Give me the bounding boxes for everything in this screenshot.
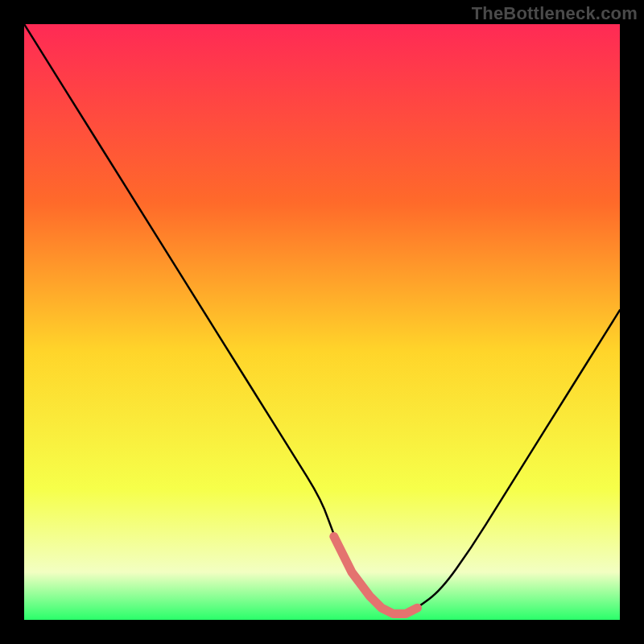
watermark-text: TheBottleneck.com: [472, 3, 638, 24]
curve-layer: [24, 24, 620, 620]
chart-frame: TheBottleneck.com: [0, 0, 644, 644]
optimal-zone-highlight: [334, 536, 418, 613]
bottleneck-curve: [24, 24, 620, 614]
plot-area: [24, 24, 620, 620]
